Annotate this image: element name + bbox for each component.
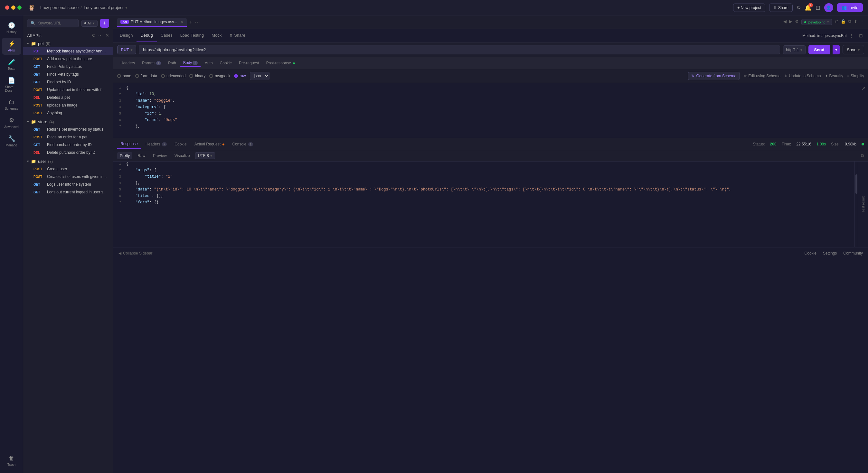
resp-tab-headers[interactable]: Headers 7 [142,140,170,148]
send-dropdown-button[interactable]: ▾ [833,45,840,55]
next-tab-icon[interactable]: ▶ [789,19,792,25]
list-item[interactable]: GET Find purchase order by ID [23,141,113,149]
list-item[interactable]: DEL Delete purchase order by ID [23,149,113,157]
lock-icon[interactable]: 🔒 [841,19,846,25]
refresh-sidebar-icon[interactable]: ↻ [92,33,96,38]
sidebar-item-share-docs[interactable]: 📄 Share Docs [2,74,21,95]
kebab-icon[interactable]: ⋮ [860,19,864,25]
tab-put-method[interactable]: PUT PUT Method: images.asy... ✕ [117,18,187,27]
refresh-icon[interactable]: ↻ [797,4,801,11]
sub-tab-pre-request[interactable]: Pre-request [236,60,262,67]
list-item[interactable]: POST Place an order for a pet [23,133,113,141]
sidebar-item-schemas[interactable]: 🗂 Schemas [2,96,21,113]
list-item[interactable]: POST Create user [23,165,113,173]
sidebar-item-manage[interactable]: 🔧 Manage [2,133,21,149]
encoding-select[interactable]: UTF-8 ▾ [195,152,215,159]
request-body-editor[interactable]: 1 { 2 "id": 10, 3 "name": "doggie", 4 "c… [113,83,868,138]
scrollbar-thumb[interactable] [856,174,857,194]
edit-schema-button[interactable]: ✏ Edit using Schema [744,74,780,78]
url-input-wrap[interactable] [139,45,780,55]
cookie-link[interactable]: Cookie [805,251,816,256]
tab-load-testing[interactable]: Load Testing [177,29,208,42]
generate-from-schema-button[interactable]: ↻ Generate from Schema [688,72,740,80]
invite-button[interactable]: 👥 Invite [837,3,863,12]
list-item[interactable]: POST Creates list of users with given in… [23,173,113,180]
tab-design[interactable]: Design [116,29,136,42]
prev-tab-icon[interactable]: ◀ [783,19,786,25]
test-result-panel[interactable]: Test result [858,162,868,247]
list-item[interactable]: DEL Deletes a pet [23,94,113,101]
notifications-button[interactable]: 🔔 7 [805,4,812,11]
resp-view-visualize[interactable]: Visualize [172,152,192,159]
list-item[interactable]: PUT Method: images.asyncBatchAnn... [23,47,113,55]
send-button[interactable]: Send [808,45,830,55]
list-item[interactable]: POST Add a new pet to the store [23,55,113,63]
sub-tab-path[interactable]: Path [165,60,179,67]
body-type-urlencoded[interactable]: urlencoded [161,74,185,78]
list-item[interactable]: GET Returns pet inventories by status [23,126,113,133]
community-link[interactable]: Community [843,251,863,256]
expand-editor-button[interactable]: ⤢ [861,86,865,92]
add-tab-icon[interactable]: + [189,19,192,25]
body-type-raw[interactable]: raw [234,74,246,78]
sub-tab-body[interactable]: Body1 [180,59,201,67]
body-type-binary[interactable]: binary [189,74,206,78]
collapse-sidebar-button[interactable]: ◀ Collapse Sidebar [119,251,152,256]
list-item[interactable]: POST uploads an image [23,101,113,109]
add-api-button[interactable]: + [100,19,109,28]
minimize-button[interactable] [11,5,16,10]
environment-badge[interactable]: Developing ▾ [801,19,832,25]
tab-debug[interactable]: Debug [136,29,156,42]
share-icon[interactable]: ⬆ [854,19,857,25]
body-format-select[interactable]: json xml text [250,72,270,80]
tree-group-header-store[interactable]: ▾ 📁 store (4) [23,118,113,126]
simplify-button[interactable]: ≡ Simplify [847,74,864,78]
resp-tab-response[interactable]: Response [117,140,141,149]
body-type-none[interactable]: none [117,74,131,78]
sidebar-item-apis[interactable]: ⚡ APIs [2,38,21,55]
resp-view-preview[interactable]: Preview [150,152,169,159]
tree-group-header-pet[interactable]: ▾ 📁 pet (9) [23,40,113,47]
tab-mock[interactable]: Mock [208,29,225,42]
sidebar-item-tests[interactable]: 🧪 Tests [2,56,21,73]
close-tab-icon[interactable]: ✕ [180,20,184,24]
body-type-msgpack[interactable]: msgpack [209,74,230,78]
resp-tab-console[interactable]: Console 1 [229,140,256,148]
endpoint-actions[interactable]: ⋮ [849,33,854,38]
code-editor[interactable]: 1 { 2 "id": 10, 3 "name": "doggie", 4 "c… [113,83,868,138]
url-input[interactable] [143,47,776,52]
sidebar-item-advanced[interactable]: ⚙ Advanced [2,114,21,131]
tree-group-header-user[interactable]: ▾ 📁 user (7) [23,158,113,165]
share-top-button[interactable]: ⬆ Share [769,4,793,12]
sync-icon[interactable]: ⇄ [835,19,838,25]
filter-icon[interactable]: ⋯ [98,33,103,38]
list-item[interactable]: GET Finds Pets by status [23,63,113,70]
resp-tab-actual-request[interactable]: Actual Request [191,140,228,148]
list-item[interactable]: POST Anything [23,109,113,117]
http-version-select[interactable]: http/1.1 ▾ [783,45,806,55]
save-button[interactable]: Save ▾ [843,45,864,55]
body-type-form-data[interactable]: form-data [135,74,157,78]
list-item[interactable]: POST Updates a pet in the store with f..… [23,86,113,94]
sidebar-item-trash[interactable]: 🗑 Trash [2,452,21,469]
close-sidebar-icon[interactable]: ✕ [105,33,109,38]
method-select[interactable]: PUT ▾ [117,45,136,55]
settings-link[interactable]: Settings [823,251,837,256]
list-item[interactable]: GET Find pet by ID [23,78,113,86]
maximize-button[interactable] [18,5,22,10]
list-item[interactable]: GET Logs user into the system [23,180,113,188]
beautify-button[interactable]: ✦ Beautify [825,74,843,78]
sub-tab-params[interactable]: Params1 [139,60,164,67]
copy-icon[interactable]: ⧉ [848,19,851,25]
resp-view-pretty[interactable]: Pretty [117,152,132,159]
search-box[interactable]: 🔍 [27,19,79,27]
settings-icon[interactable]: ⚙ [795,19,799,25]
avatar[interactable]: 👤 [824,3,833,12]
list-item[interactable]: GET Logs out current logged in user s... [23,188,113,196]
search-input[interactable] [37,21,75,26]
new-project-button[interactable]: + New project [733,4,765,12]
sub-tab-post-response[interactable]: Post-response [263,60,299,67]
filter-all-button[interactable]: All ▾ [82,20,98,27]
sub-tab-cookie[interactable]: Cookie [217,60,235,67]
resp-view-raw[interactable]: Raw [135,152,148,159]
